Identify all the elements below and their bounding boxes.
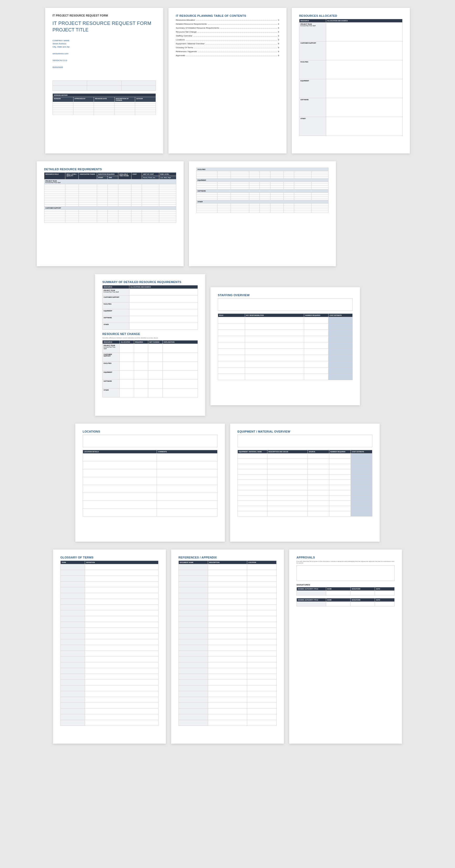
- vh-c1: VERSION: [53, 97, 73, 102]
- company-street: Street Address: [53, 42, 156, 45]
- appr-box: [297, 565, 395, 581]
- vh-c4: DESCRIPTION OF CHANGE: [114, 97, 135, 102]
- prepared-table: PREPARED BY TITLE DATE APPROVED BY TITLE…: [53, 81, 156, 91]
- vh-title: VERSION HISTORY: [53, 94, 156, 97]
- nc-table: RESOURCEALLOCATEDREQUIREDNET CHANGEEXPLA…: [102, 340, 198, 397]
- drr-title: DETAILED RESOURCE REQUIREMENTS: [44, 167, 176, 171]
- page-cover: IT PROJECT RESOURCE REQUEST FORM IT PROJ…: [45, 8, 163, 153]
- page-glossary: GLOSSARY OF TERMS TERMDEFINITION: [53, 550, 166, 744]
- sig-table-2: SIGNING AUTHORITY TITLENAMESIGNATUREDATE: [297, 598, 395, 607]
- page-approvals: APPROVALS Formally describe the purpose …: [289, 550, 402, 744]
- vh-c2: APPROVED BY: [73, 97, 94, 102]
- loc-intro-box: [83, 435, 217, 447]
- eq-intro-box: [238, 435, 372, 447]
- sum-table: RESOURCEALLOCATION AND SOURCE PROJECT TE…: [102, 285, 198, 330]
- page-equipment: EQUIPMENT / MATERIAL OVERVIEW EQUIPMENT …: [230, 424, 380, 542]
- page-detailed-req: DETAILED RESOURCE REQUIREMENTS RESOURCE …: [37, 161, 184, 266]
- doc-title: IT PROJECT RESOURCE REQUEST FORM: [53, 21, 156, 26]
- ref-table: DOCUMENT NAMEDESCRIPTIONLOCATION: [178, 561, 277, 726]
- nc-sub: Describe difference between current allo…: [102, 337, 198, 339]
- loc-title: LOCATIONS: [83, 430, 217, 433]
- page-resources-allocated: RESOURCES ALLOCATED RESOURCEALLOCATION A…: [292, 8, 410, 153]
- row-3: SUMMARY OF DETAILED RESOURCE REQUIREMENT…: [5, 274, 450, 416]
- page-toc: IT RESOURCE PLANNING TABLE OF CONTENTS R…: [169, 8, 286, 153]
- staff-intro-box: [218, 298, 353, 311]
- glos-title: GLOSSARY OF TERMS: [60, 556, 158, 559]
- row-5: GLOSSARY OF TERMS TERMDEFINITION: [5, 550, 450, 744]
- page-references: REFERENCES / APPENDIX DOCUMENT NAMEDESCR…: [171, 550, 284, 744]
- staff-table: ROLEKEY RESPONSIBILITIESNUMBER REQUIREDC…: [218, 313, 353, 380]
- company-name: COMPANY NAME: [53, 39, 156, 42]
- page-staffing: STAFFING OVERVIEW ROLEKEY RESPONSIBILITI…: [210, 287, 360, 405]
- date-label: 00/00/0000: [53, 66, 156, 69]
- ra-table: RESOURCEALLOCATION AND SOURCE PROJECT TE…: [299, 19, 402, 136]
- row-1: IT PROJECT RESOURCE REQUEST FORM IT PROJ…: [5, 8, 450, 153]
- version-history-table: VERSION HISTORY VERSION APPROVED BY REVI…: [53, 93, 156, 115]
- toc-title: IT RESOURCE PLANNING TABLE OF CONTENTS: [176, 14, 279, 17]
- eq-title: EQUIPMENT / MATERIAL OVERVIEW: [238, 430, 372, 433]
- row-2: DETAILED RESOURCE REQUIREMENTS RESOURCE …: [5, 161, 450, 266]
- company-csz: City, State and Zip: [53, 45, 156, 49]
- staff-title: STAFFING OVERVIEW: [218, 293, 353, 297]
- version-label: VERSION 0.0.0: [53, 59, 156, 62]
- eq-table: EQUIPMENT / MATERIAL NAMEDESCRIPTION AND…: [238, 450, 372, 517]
- page-summary-netchange: SUMMARY OF DETAILED RESOURCE REQUIREMENT…: [95, 274, 205, 416]
- page-detailed-req-cont: FACILITIES EQUIPMENT SOFTWARE OTHER: [189, 161, 336, 266]
- doc-topline: IT PROJECT RESOURCE REQUEST FORM: [53, 14, 156, 17]
- drr-table: RESOURCE ROLE SKILL LEVEL / QUALITY ASSO…: [44, 172, 176, 223]
- appr-title: APPROVALS: [297, 556, 395, 559]
- sig-heading: SIGNATURES: [297, 584, 395, 586]
- nc-title: RESOURCE NET CHANGE: [102, 332, 198, 336]
- doc-subtitle: PROJECT TITLE: [53, 27, 156, 33]
- row-4: LOCATIONS LOCATION DETAILSCOMMENTS EQUIP…: [5, 424, 450, 542]
- appr-blurb: Formally describe the purpose of this do…: [297, 561, 395, 564]
- drr-table-2: FACILITIES EQUIPMENT SOFTWARE OTHER: [196, 167, 329, 213]
- glos-table: TERMDEFINITION: [60, 561, 158, 726]
- vh-c5: AUTHOR: [135, 97, 156, 102]
- ref-title: REFERENCES / APPENDIX: [178, 556, 277, 559]
- ra-title: RESOURCES ALLOCATED: [299, 14, 402, 17]
- page-locations: LOCATIONS LOCATION DETAILSCOMMENTS: [75, 424, 225, 542]
- loc-table: LOCATION DETAILSCOMMENTS: [83, 450, 217, 517]
- company-block: COMPANY NAME Street Address City, State …: [53, 39, 156, 49]
- sig-table-1: SIGNING AUTHORITY TITLENAMESIGNATUREDATE: [297, 587, 395, 595]
- toc-list: Resources Allocated3 Detailed Resource R…: [176, 19, 279, 57]
- vh-c3: REVISION DATE: [94, 97, 115, 102]
- sum-title: SUMMARY OF DETAILED RESOURCE REQUIREMENT…: [102, 280, 198, 284]
- company-web: webaddress.com: [53, 52, 156, 55]
